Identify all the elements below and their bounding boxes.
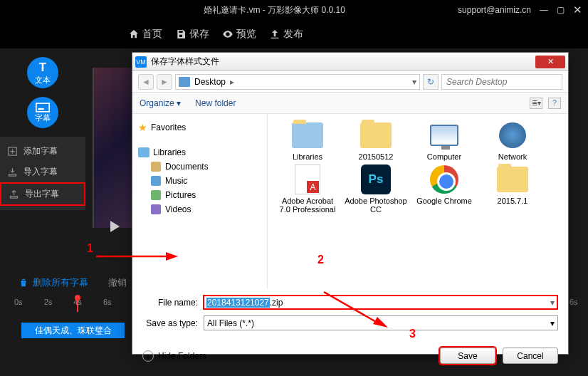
home-label: 首页 [142,28,162,41]
file-libraries[interactable]: Libraries [276,121,339,161]
maximize-icon[interactable]: ▢ [557,5,565,15]
star-icon: ★ [138,122,147,133]
path-breadcrumb[interactable]: Desktop ▸ ▾ [175,74,420,90]
refresh-button[interactable]: ↻ [423,74,439,90]
network-icon [499,122,526,148]
hide-folders-toggle[interactable]: ▲ Hide Folders [142,350,206,362]
preview-label: 预览 [236,28,256,41]
nav-forward-button[interactable]: ► [157,74,172,90]
organize-menu[interactable]: Organize ▾ [140,98,181,108]
file-grid: Libraries 20150512 Computer Network Adob… [268,114,568,289]
left-panel: T 文本 字幕 添加字幕 导入字幕 导出字幕 [0,48,85,210]
music-item[interactable]: Music [137,174,263,188]
import-subtitle-item[interactable]: 导入字幕 [0,162,85,182]
export-icon [9,189,19,199]
text-tool-label: 文本 [35,75,51,85]
file-folder-1[interactable]: 20150512 [345,121,407,161]
libraries-folder-icon [292,122,323,148]
minimize-icon[interactable]: — [540,5,548,15]
desktop-icon [179,77,190,87]
saveastype-value: All Files (*.*) [207,318,254,328]
subtitle-clip[interactable]: 佳偶天成、珠联璧合 [21,323,125,338]
library-icon [138,147,149,157]
cancel-button[interactable]: Cancel [503,348,558,364]
view-mode-button[interactable]: ≣ ▾ [530,98,542,109]
subtitle-tool-button[interactable]: 字幕 [27,97,58,128]
support-link[interactable]: support@animiz.cn [458,5,531,15]
save-button[interactable]: 保存 [175,28,209,41]
eye-icon [222,28,233,40]
timeline-playhead[interactable] [77,298,78,312]
add-subtitle-label: 添加字幕 [23,145,58,157]
favorites-label: Favorites [151,122,186,132]
file-photoshop[interactable]: PsAdobe Photoshop CC [345,165,407,214]
close-app-icon[interactable]: ✕ [573,4,582,16]
tl-0: 0s [14,298,23,306]
saveastype-select[interactable]: All Files (*.*) ▾ [204,315,558,330]
favorites-section[interactable]: ★Favorites [137,120,263,135]
search-input[interactable] [441,74,562,90]
collapse-icon: ▲ [142,350,154,362]
videos-item[interactable]: Videos [137,202,263,216]
save-label: 保存 [189,28,209,41]
close-dialog-button[interactable]: ✕ [535,56,565,68]
filename-dropdown-icon[interactable]: ▾ [550,298,555,308]
svg-rect-0 [36,103,49,112]
filename-input[interactable]: 2018413121027.zip ▾ [203,295,558,310]
play-icon[interactable] [110,221,120,232]
add-subtitle-item[interactable]: 添加字幕 [0,141,85,162]
photoshop-icon: Ps [361,164,391,194]
folder-icon [497,167,528,192]
path-dropdown-icon[interactable]: ▾ [412,77,416,87]
preview-pane [93,68,132,228]
import-subtitle-label: 导入字幕 [23,166,58,178]
file-computer[interactable]: Computer [413,121,476,161]
dialog-titlebar: VM 保存字体样式文件 ✕ [132,53,568,71]
export-subtitle-label: 导出字幕 [25,188,59,200]
new-folder-button[interactable]: New folder [195,98,236,108]
tl-6: 6s [103,298,112,306]
save-dialog: VM 保存字体样式文件 ✕ ◄ ► Desktop ▸ ▾ ↻ Organize… [132,52,569,355]
pictures-item[interactable]: Pictures [137,188,263,202]
nav-back-button[interactable]: ◄ [138,74,154,90]
file-chrome[interactable]: Google Chrome [413,165,476,214]
export-subtitle-item[interactable]: 导出字幕 [0,182,85,206]
filename-ext: .zip [270,298,283,308]
music-icon [151,176,161,186]
preview-button[interactable]: 预览 [222,28,256,41]
annotation-3: 3 [409,328,416,340]
file-acrobat[interactable]: Adobe Acrobat 7.0 Professional [276,165,339,214]
chrome-icon [430,165,458,194]
delete-all-subtitles[interactable]: 删除所有字幕 [19,276,88,289]
saveastype-label: Save as type: [142,318,204,328]
help-button[interactable]: ? [548,98,561,109]
subtitle-menu: 添加字幕 导入字幕 导出字幕 [0,137,85,210]
home-button[interactable]: 首页 [128,28,162,41]
documents-item[interactable]: Documents [137,160,263,174]
chevron-down-icon: ▾ [550,318,555,328]
computer-icon [430,125,458,146]
libraries-section[interactable]: Libraries [137,145,263,160]
save-file-button[interactable]: Save [440,348,495,364]
publish-label: 发布 [283,28,303,41]
folder-icon [360,122,392,148]
subtitle-icon [36,103,50,113]
dialog-toolbar: Organize ▾ New folder ≣ ▾ ? [132,93,568,114]
app-title: 婚礼邀请卡.vm - 万彩影像大师 0.0.10 [91,4,458,16]
text-tool-button[interactable]: T 文本 [27,57,58,88]
annotation-1: 1 [87,242,93,255]
filename-selection: 2018413121027 [206,298,270,308]
tl-end: 6s [569,298,578,306]
file-folder-2[interactable]: 2015.7.1 [481,165,544,214]
home-icon [128,28,140,40]
annotation-2: 2 [317,254,324,266]
pictures-icon [151,190,161,200]
file-network[interactable]: Network [481,121,544,161]
text-t-icon: T [39,61,46,75]
tl-2: 2s [44,298,53,306]
documents-icon [151,162,161,172]
undo-button[interactable]: 撤销 [108,276,127,289]
plus-box-icon [7,146,18,157]
import-icon [7,167,18,177]
publish-button[interactable]: 发布 [269,28,303,41]
